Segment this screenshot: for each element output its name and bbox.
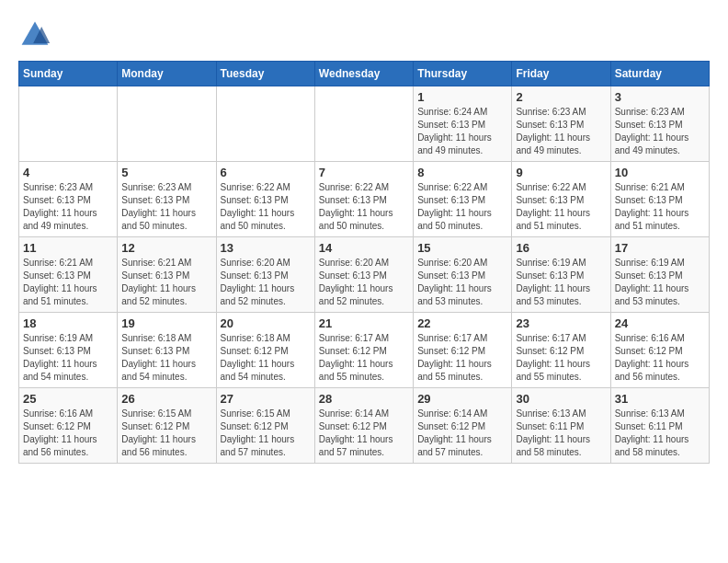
- calendar-header: SundayMondayTuesdayWednesdayThursdayFrid…: [19, 62, 710, 86]
- day-info: Sunrise: 6:20 AM Sunset: 6:13 PM Dayligh…: [221, 257, 311, 308]
- day-info: Sunrise: 6:15 AM Sunset: 6:12 PM Dayligh…: [221, 408, 311, 459]
- calendar-week-4: 18Sunrise: 6:19 AM Sunset: 6:13 PM Dayli…: [19, 313, 710, 388]
- day-info: Sunrise: 6:22 AM Sunset: 6:13 PM Dayligh…: [417, 181, 507, 233]
- day-number: 16: [516, 241, 606, 255]
- calendar-cell: 19Sunrise: 6:18 AM Sunset: 6:13 PM Dayli…: [118, 313, 216, 388]
- calendar-cell: 18Sunrise: 6:19 AM Sunset: 6:13 PM Dayli…: [19, 313, 118, 388]
- day-number: 29: [417, 392, 507, 406]
- day-number: 5: [121, 166, 211, 179]
- day-number: 3: [615, 90, 705, 104]
- calendar-cell: 9Sunrise: 6:22 AM Sunset: 6:13 PM Daylig…: [512, 162, 610, 237]
- day-info: Sunrise: 6:23 AM Sunset: 6:13 PM Dayligh…: [615, 106, 705, 157]
- calendar-cell: 10Sunrise: 6:21 AM Sunset: 6:13 PM Dayli…: [610, 162, 709, 237]
- day-info: Sunrise: 6:16 AM Sunset: 6:12 PM Dayligh…: [615, 332, 705, 384]
- day-number: 19: [121, 316, 211, 330]
- calendar-cell: 20Sunrise: 6:18 AM Sunset: 6:12 PM Dayli…: [216, 313, 314, 388]
- weekday-header-friday: Friday: [512, 62, 610, 86]
- day-number: 31: [615, 392, 705, 406]
- day-info: Sunrise: 6:19 AM Sunset: 6:13 PM Dayligh…: [516, 257, 606, 308]
- day-info: Sunrise: 6:22 AM Sunset: 6:13 PM Dayligh…: [319, 181, 409, 233]
- calendar-table: SundayMondayTuesdayWednesdayThursdayFrid…: [18, 61, 710, 464]
- day-number: 23: [516, 316, 606, 330]
- calendar-cell: 1Sunrise: 6:24 AM Sunset: 6:13 PM Daylig…: [414, 86, 512, 162]
- weekday-header-tuesday: Tuesday: [216, 62, 314, 86]
- calendar-cell: 17Sunrise: 6:19 AM Sunset: 6:13 PM Dayli…: [610, 237, 709, 313]
- calendar-cell: 16Sunrise: 6:19 AM Sunset: 6:13 PM Dayli…: [512, 237, 610, 313]
- calendar-cell: [19, 86, 118, 162]
- calendar-cell: 21Sunrise: 6:17 AM Sunset: 6:12 PM Dayli…: [314, 313, 413, 388]
- calendar-week-5: 25Sunrise: 6:16 AM Sunset: 6:12 PM Dayli…: [19, 388, 710, 464]
- day-info: Sunrise: 6:22 AM Sunset: 6:13 PM Dayligh…: [516, 181, 606, 233]
- calendar-cell: 7Sunrise: 6:22 AM Sunset: 6:13 PM Daylig…: [314, 162, 413, 237]
- day-number: 1: [417, 90, 507, 104]
- day-number: 15: [417, 241, 507, 255]
- day-number: 26: [121, 392, 211, 406]
- day-number: 21: [319, 316, 409, 330]
- calendar-cell: 24Sunrise: 6:16 AM Sunset: 6:12 PM Dayli…: [610, 313, 709, 388]
- day-info: Sunrise: 6:23 AM Sunset: 6:13 PM Dayligh…: [23, 181, 113, 233]
- logo: [18, 18, 57, 52]
- calendar-cell: [118, 86, 216, 162]
- calendar-body: 1Sunrise: 6:24 AM Sunset: 6:13 PM Daylig…: [19, 86, 710, 464]
- weekday-header-wednesday: Wednesday: [314, 62, 413, 86]
- day-info: Sunrise: 6:21 AM Sunset: 6:13 PM Dayligh…: [23, 257, 113, 308]
- calendar-cell: 15Sunrise: 6:20 AM Sunset: 6:13 PM Dayli…: [414, 237, 512, 313]
- day-info: Sunrise: 6:21 AM Sunset: 6:13 PM Dayligh…: [615, 181, 705, 233]
- day-number: 14: [319, 241, 409, 255]
- day-number: 12: [121, 241, 211, 255]
- calendar-cell: 22Sunrise: 6:17 AM Sunset: 6:12 PM Dayli…: [414, 313, 512, 388]
- calendar-cell: 3Sunrise: 6:23 AM Sunset: 6:13 PM Daylig…: [610, 86, 709, 162]
- calendar-cell: 30Sunrise: 6:13 AM Sunset: 6:11 PM Dayli…: [512, 388, 610, 464]
- day-info: Sunrise: 6:24 AM Sunset: 6:13 PM Dayligh…: [417, 106, 507, 157]
- calendar-cell: 31Sunrise: 6:13 AM Sunset: 6:11 PM Dayli…: [610, 388, 709, 464]
- day-info: Sunrise: 6:17 AM Sunset: 6:12 PM Dayligh…: [417, 332, 507, 384]
- day-number: 11: [23, 241, 113, 255]
- calendar-cell: 29Sunrise: 6:14 AM Sunset: 6:12 PM Dayli…: [414, 388, 512, 464]
- day-info: Sunrise: 6:22 AM Sunset: 6:13 PM Dayligh…: [221, 181, 311, 233]
- day-number: 17: [615, 241, 705, 255]
- calendar-cell: 14Sunrise: 6:20 AM Sunset: 6:13 PM Dayli…: [314, 237, 413, 313]
- day-info: Sunrise: 6:23 AM Sunset: 6:13 PM Dayligh…: [516, 106, 606, 157]
- page-header: [18, 18, 710, 52]
- calendar-week-3: 11Sunrise: 6:21 AM Sunset: 6:13 PM Dayli…: [19, 237, 710, 313]
- day-number: 9: [516, 166, 606, 179]
- calendar-cell: 6Sunrise: 6:22 AM Sunset: 6:13 PM Daylig…: [216, 162, 314, 237]
- day-number: 24: [615, 316, 705, 330]
- weekday-header-sunday: Sunday: [19, 62, 118, 86]
- day-info: Sunrise: 6:21 AM Sunset: 6:13 PM Dayligh…: [121, 257, 211, 308]
- calendar-cell: [216, 86, 314, 162]
- weekday-header-thursday: Thursday: [414, 62, 512, 86]
- day-info: Sunrise: 6:20 AM Sunset: 6:13 PM Dayligh…: [319, 257, 409, 308]
- day-number: 20: [221, 316, 311, 330]
- day-info: Sunrise: 6:14 AM Sunset: 6:12 PM Dayligh…: [417, 408, 507, 459]
- calendar-cell: 12Sunrise: 6:21 AM Sunset: 6:13 PM Dayli…: [118, 237, 216, 313]
- day-info: Sunrise: 6:17 AM Sunset: 6:12 PM Dayligh…: [319, 332, 409, 384]
- day-info: Sunrise: 6:14 AM Sunset: 6:12 PM Dayligh…: [319, 408, 409, 459]
- day-number: 28: [319, 392, 409, 406]
- day-info: Sunrise: 6:18 AM Sunset: 6:12 PM Dayligh…: [221, 332, 311, 384]
- calendar-cell: 23Sunrise: 6:17 AM Sunset: 6:12 PM Dayli…: [512, 313, 610, 388]
- day-info: Sunrise: 6:16 AM Sunset: 6:12 PM Dayligh…: [23, 408, 113, 459]
- calendar-cell: 2Sunrise: 6:23 AM Sunset: 6:13 PM Daylig…: [512, 86, 610, 162]
- calendar-cell: 11Sunrise: 6:21 AM Sunset: 6:13 PM Dayli…: [19, 237, 118, 313]
- day-info: Sunrise: 6:13 AM Sunset: 6:11 PM Dayligh…: [516, 408, 606, 459]
- calendar-week-2: 4Sunrise: 6:23 AM Sunset: 6:13 PM Daylig…: [19, 162, 710, 237]
- calendar-cell: 13Sunrise: 6:20 AM Sunset: 6:13 PM Dayli…: [216, 237, 314, 313]
- calendar-cell: 4Sunrise: 6:23 AM Sunset: 6:13 PM Daylig…: [19, 162, 118, 237]
- day-info: Sunrise: 6:15 AM Sunset: 6:12 PM Dayligh…: [121, 408, 211, 459]
- day-number: 22: [417, 316, 507, 330]
- calendar-cell: 5Sunrise: 6:23 AM Sunset: 6:13 PM Daylig…: [118, 162, 216, 237]
- day-number: 10: [615, 166, 705, 179]
- calendar-week-1: 1Sunrise: 6:24 AM Sunset: 6:13 PM Daylig…: [19, 86, 710, 162]
- logo-icon: [18, 18, 51, 52]
- day-info: Sunrise: 6:18 AM Sunset: 6:13 PM Dayligh…: [121, 332, 211, 384]
- calendar-cell: 26Sunrise: 6:15 AM Sunset: 6:12 PM Dayli…: [118, 388, 216, 464]
- calendar-cell: 28Sunrise: 6:14 AM Sunset: 6:12 PM Dayli…: [314, 388, 413, 464]
- calendar-cell: 25Sunrise: 6:16 AM Sunset: 6:12 PM Dayli…: [19, 388, 118, 464]
- day-info: Sunrise: 6:17 AM Sunset: 6:12 PM Dayligh…: [516, 332, 606, 384]
- day-number: 18: [23, 316, 113, 330]
- weekday-header-saturday: Saturday: [610, 62, 709, 86]
- calendar-cell: 27Sunrise: 6:15 AM Sunset: 6:12 PM Dayli…: [216, 388, 314, 464]
- weekday-header-monday: Monday: [118, 62, 216, 86]
- day-number: 2: [516, 90, 606, 104]
